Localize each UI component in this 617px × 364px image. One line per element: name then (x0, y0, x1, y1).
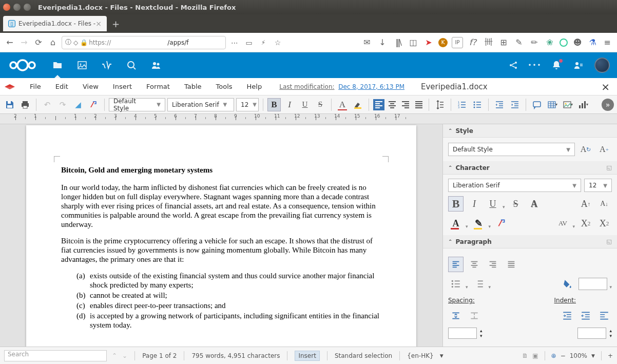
status-wordcount[interactable]: 795 words, 4,951 characters (191, 352, 280, 359)
bullet-list-icon[interactable] (471, 98, 484, 111)
document-pane[interactable]: Bitcoin, Gold and emerging monetary syst… (0, 124, 442, 347)
menu-file[interactable]: File (23, 83, 48, 90)
doc-paragraph-1[interactable]: In our world today, the harm inflicted b… (61, 183, 381, 229)
menu-table[interactable]: Table (177, 83, 209, 90)
font-size-combo[interactable]: 12▼ (236, 98, 259, 111)
menu-view[interactable]: View (75, 83, 106, 90)
print-icon[interactable] (18, 98, 32, 111)
insert-table-icon[interactable]: ▾ (546, 98, 559, 111)
undo-icon[interactable]: ↶ (41, 98, 54, 111)
increase-font-icon[interactable]: A↑ (578, 196, 593, 212)
ext4-icon[interactable]: f? (467, 37, 478, 48)
sidebar-align-left-icon[interactable] (448, 257, 464, 272)
find-next-icon[interactable]: ⌄ (122, 352, 127, 359)
line-spacing-icon[interactable] (433, 98, 447, 111)
align-right-icon[interactable] (400, 99, 411, 110)
ext3-icon[interactable]: IP (452, 37, 463, 48)
browser-tab[interactable]: ▯ Everipedia1.docx - Files - × (3, 16, 107, 31)
window-minimize-button[interactable] (13, 4, 21, 11)
insert-chart-icon[interactable]: ▾ (576, 98, 590, 111)
sidebar-strike-button[interactable]: S (508, 196, 524, 212)
shield-icon[interactable]: ◇ (73, 39, 78, 46)
ext2-icon[interactable]: K (438, 38, 448, 47)
update-style-icon[interactable]: A↻ (578, 142, 593, 157)
paragraph-style-combo[interactable]: Default Style▼ (109, 98, 165, 111)
status-save-icon[interactable]: ▣ (532, 352, 538, 359)
doc-list-item[interactable]: (a)exists outside of the existing financ… (76, 271, 381, 290)
spacing-increase-icon[interactable] (448, 308, 464, 323)
ext5-icon[interactable]: 卌 (483, 37, 494, 48)
clone-format-icon[interactable] (87, 98, 100, 111)
indent-before-input[interactable] (577, 328, 606, 339)
tab-close-button[interactable]: × (95, 20, 102, 28)
more-apps-icon[interactable]: ••• (530, 60, 540, 70)
find-prev-icon[interactable]: ⌃ (112, 352, 117, 359)
increase-indent-icon[interactable] (508, 98, 522, 111)
font-color-icon[interactable]: A (336, 98, 349, 111)
zoom-level[interactable]: 100% (570, 352, 587, 359)
browser-menu-button[interactable]: ≡ (602, 37, 613, 48)
address-bar[interactable]: ⓘ ◇ 🔒 https:// /apps/f (62, 36, 226, 49)
editor-close-button[interactable]: × (601, 81, 613, 93)
ext1-icon[interactable]: ➤ (423, 37, 434, 48)
style-combo[interactable]: Default Style▼ (448, 143, 575, 156)
sidebar-align-justify-icon[interactable] (504, 257, 519, 272)
status-page[interactable]: Page 1 of 2 (142, 352, 177, 359)
style-panel-header[interactable]: ⌃Style (443, 124, 617, 138)
sidebar-bold-button[interactable]: B (448, 196, 464, 212)
sidebar-font-color-icon[interactable]: A (448, 216, 464, 231)
library-icon[interactable]: |||\ (392, 37, 403, 48)
new-style-icon[interactable]: A+ (596, 142, 612, 157)
sidebar-italic-button[interactable]: I (467, 196, 482, 212)
sidebar-icon[interactable]: ◫ (408, 37, 419, 48)
spacing-above-input[interactable] (448, 328, 477, 339)
doc-list-item[interactable]: (d)is accepted by a growing network of p… (76, 311, 381, 330)
zoom-fit-icon[interactable]: ⊕ (551, 352, 556, 359)
user-avatar[interactable] (594, 58, 610, 73)
doc-heading[interactable]: Bitcoin, Gold and emerging monetary syst… (61, 165, 381, 175)
pocket-icon[interactable]: ✉ (361, 37, 373, 48)
panel-popout-icon[interactable]: ◱ (607, 164, 612, 171)
info-icon[interactable]: ⓘ (65, 38, 71, 47)
char-spacing-icon[interactable]: AV (555, 216, 570, 231)
paragraph-panel-header[interactable]: ⌃Paragraph◱ (443, 235, 617, 248)
sidebar-underline-button[interactable]: U (485, 196, 500, 212)
subscript-icon[interactable]: X2 (596, 216, 612, 231)
zoom-in-button[interactable]: + (608, 352, 613, 359)
sidebar-shadow-button[interactable]: A (527, 196, 542, 212)
ext11-icon[interactable]: ☻ (572, 37, 583, 48)
save-icon[interactable] (3, 98, 16, 111)
window-close-button[interactable] (3, 4, 10, 11)
decrease-font-icon[interactable]: A↓ (596, 196, 612, 212)
underline-button[interactable]: U (298, 98, 312, 111)
doc-list[interactable]: (a)exists outside of the existing financ… (61, 271, 381, 330)
ext9-icon[interactable]: ❀ (544, 37, 555, 48)
menu-edit[interactable]: Edit (48, 83, 75, 90)
align-left-icon[interactable] (373, 99, 384, 110)
new-tab-button[interactable]: + (112, 18, 120, 29)
para-bg-color-combo[interactable] (579, 278, 607, 290)
document-page[interactable]: Bitcoin, Gold and emerging monetary syst… (26, 125, 416, 347)
status-selection[interactable]: Standard selection (335, 352, 392, 359)
sidebar-numbering-icon[interactable] (471, 276, 487, 292)
doc-list-item[interactable]: (c)enables direct peer-to-peer transacti… (76, 301, 381, 310)
strikeout-button[interactable]: S (314, 98, 327, 111)
downloads-icon[interactable]: ↓ (377, 37, 388, 48)
menu-format[interactable]: Format (139, 83, 177, 90)
ext8-icon[interactable]: ✏ (529, 37, 540, 48)
page-actions-icon[interactable]: ⋯ (229, 37, 240, 48)
flash-icon[interactable]: ⚡ (258, 37, 269, 48)
align-justify-icon[interactable] (413, 99, 425, 110)
nav-forward-button[interactable]: → (18, 37, 30, 48)
font-family-combo[interactable]: Liberation Serif▼ (167, 98, 234, 111)
redo-icon[interactable]: ↷ (56, 98, 69, 111)
menu-help[interactable]: Help (240, 83, 269, 90)
bookmark-star-icon[interactable]: ☆ (272, 37, 283, 48)
align-center-icon[interactable] (387, 99, 398, 110)
para-bg-color-icon[interactable] (560, 276, 575, 292)
reader-view-icon[interactable]: ▭ (243, 37, 255, 48)
sidebar-align-center-icon[interactable] (467, 257, 482, 272)
toolbar-overflow-button[interactable]: » (602, 99, 614, 111)
nav-back-button[interactable]: ← (4, 37, 15, 48)
sidebar-align-right-icon[interactable] (485, 257, 500, 272)
